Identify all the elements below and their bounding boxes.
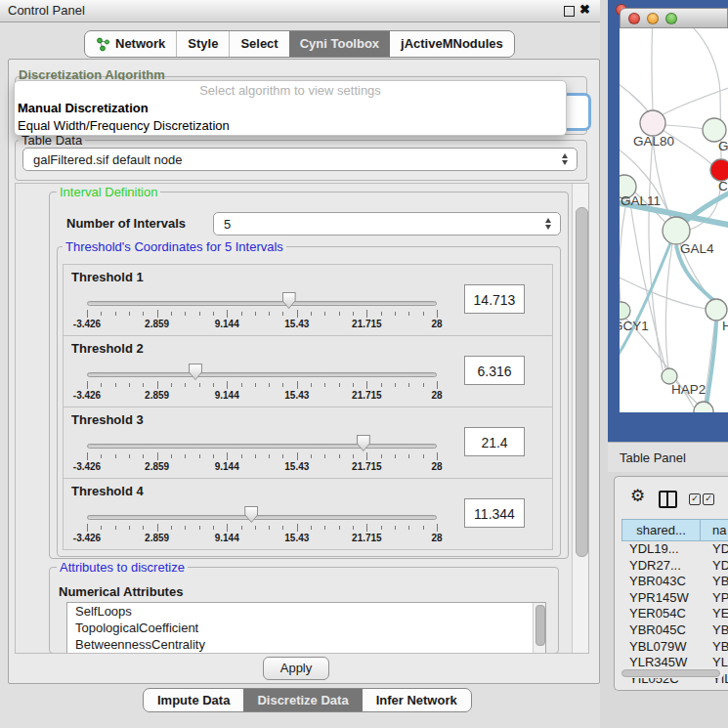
table-hscrollbar[interactable] [621,668,724,678]
algorithm-option[interactable]: Manual Discretization [15,100,566,117]
network-canvas[interactable]: GAL80GACGAL11GAL4GCY1HHAP2 [620,28,728,412]
slider-tick [199,312,200,316]
threshold-label: Threshold 1 [71,270,144,284]
attribute-item[interactable]: BetweennessCentrality [67,636,545,653]
slider-tick [227,381,228,389]
slider-track[interactable] [87,515,437,520]
numerical-attributes-list[interactable]: SelfLoopsTopologicalCoefficientBetweenne… [66,602,546,654]
tab-infer-network[interactable]: Infer Network [363,689,471,711]
split-columns-icon[interactable] [659,491,677,508]
table-data-select[interactable]: galFiltered.sif default node [22,148,578,171]
slider-thumb[interactable] [244,506,258,523]
table-row[interactable]: YPR145WYPR1 [621,590,728,607]
list-scrollbar[interactable] [533,603,545,653]
tab-jactivemnodules[interactable]: jActiveMNodules [390,31,514,57]
threshold-value-field[interactable]: 6.316 [464,356,525,385]
network-node[interactable] [620,302,630,320]
tab-cyni-toolbox[interactable]: Cyni Toolbox [289,31,390,57]
column-header[interactable]: na [701,519,728,541]
tab-discretize-data[interactable]: Discretize Data [243,689,362,711]
network-edge[interactable] [620,79,650,114]
slider-tick-label: 9.144 [215,461,239,472]
slider-tick-label: -3.426 [73,461,101,472]
table-row[interactable]: YBR045CYBR0 [621,622,728,639]
slider-tick-label: 28 [431,390,442,401]
panel-scrollbar-thumb[interactable] [576,207,588,557]
close-icon[interactable]: ✖ [579,2,590,17]
slider-tick [324,383,325,387]
attribute-item[interactable]: SelfLoops [67,603,545,620]
network-node[interactable] [706,299,727,321]
tab-impute-data[interactable]: Impute Data [144,689,243,711]
slider-thumb[interactable] [189,364,202,380]
slider-track[interactable] [87,444,437,449]
table-cell: YER054C [621,606,701,622]
column-header[interactable]: shared... [621,519,701,541]
network-edge[interactable] [664,125,704,129]
slider-tick [199,526,200,530]
table-row[interactable]: YER054CYER0 [621,606,728,622]
slider-tick-label: 2.859 [145,461,169,472]
slider-tick [185,454,186,458]
slider-tick [353,312,354,316]
tab-style[interactable]: Style [176,31,229,57]
slider-tick [87,381,88,389]
float-window-icon[interactable] [564,6,575,17]
slider-tick [408,383,409,387]
slider-tick [381,383,382,387]
algorithm-option[interactable]: Equal Width/Frequency Discretization [15,117,566,135]
network-edge[interactable] [620,243,670,359]
network-edge[interactable] [707,321,716,406]
network-window-titlebar[interactable] [620,8,728,28]
table-row[interactable]: YBR043CYBR0 [621,574,728,590]
network-edge[interactable] [649,136,663,370]
panel-scrollbar[interactable] [572,184,588,653]
tab-label: Select [240,31,278,57]
tab-select[interactable]: Select [229,31,288,57]
slider-tick [213,312,214,316]
network-edge[interactable] [659,85,728,117]
checkbox-icon[interactable]: ✓ [689,493,701,505]
tab-network[interactable]: Network [85,31,176,57]
slider-tick [115,454,116,458]
attribute-item[interactable]: TopologicalCoefficient [67,620,545,636]
checkbox-icon[interactable]: ✓ [703,493,714,505]
threshold-value-field[interactable]: 11.344 [464,498,525,528]
network-edge[interactable] [652,28,653,110]
network-node-label: GAL4 [680,241,714,256]
network-node[interactable] [640,110,665,136]
slider-tick [129,454,130,458]
network-node-label: GAL80 [633,134,674,149]
network-node[interactable] [663,217,690,244]
slider-tick [381,312,382,316]
table-row[interactable]: YBL079WYBL0 [621,639,728,656]
slider-track[interactable] [87,301,437,306]
table-hscrollbar-thumb[interactable] [621,669,720,677]
threshold-value-field[interactable]: 21.4 [464,427,525,456]
number-of-intervals-spinner[interactable]: 5 [213,212,561,236]
table-cell: YDL1 [701,541,728,558]
network-edge[interactable] [688,28,720,93]
table-row[interactable]: YDL19...YDL1 [621,541,728,558]
list-scrollbar-thumb[interactable] [535,605,545,646]
slider-track[interactable] [87,372,437,377]
slider-tick [339,383,340,387]
slider-thumb[interactable] [357,435,370,451]
gear-icon[interactable]: ⚙ [630,488,645,504]
table-row[interactable]: YDR27...YDR2 [621,558,728,575]
zoom-traffic-light[interactable] [665,13,677,24]
slider-tick [171,312,172,316]
slider-tick [255,454,256,458]
close-traffic-light[interactable] [628,13,640,24]
network-node[interactable] [710,159,728,181]
network-node-label: C [718,179,728,193]
slider-thumb[interactable] [282,292,296,309]
threshold-value-field[interactable]: 14.713 [464,284,525,314]
slider-tick [157,524,158,532]
apply-button[interactable]: Apply [263,657,329,680]
network-edge[interactable] [665,244,672,368]
algorithm-dropdown-popup: Select algorithm to view settings Manual… [14,80,567,136]
threshold-panels: Threshold 1-3.4262.8599.14415.4321.71528… [63,264,553,550]
network-edge[interactable] [620,198,627,302]
minimize-traffic-light[interactable] [647,13,659,24]
